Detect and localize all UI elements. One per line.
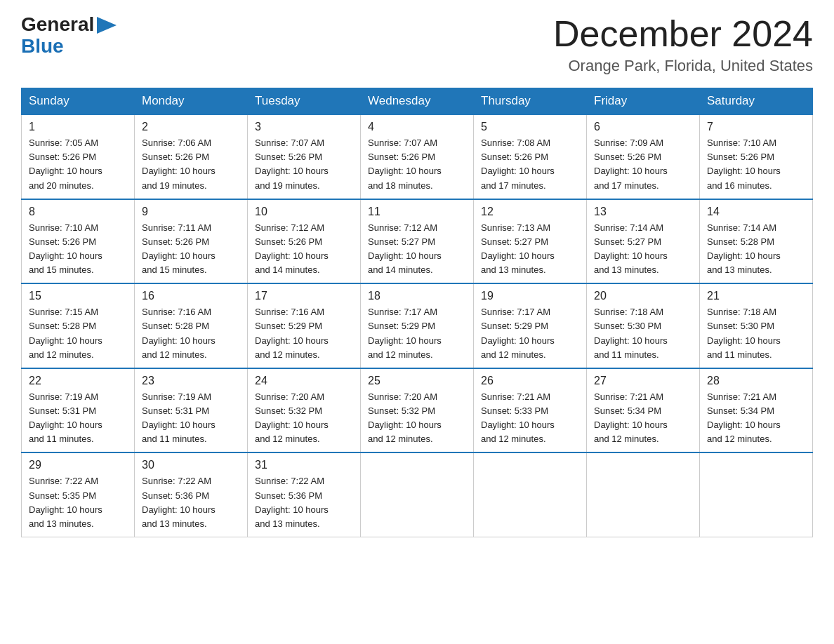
day-number: 29 [29,459,127,471]
calendar-cell: 27 Sunrise: 7:21 AM Sunset: 5:34 PM Dayl… [587,368,700,453]
day-header-tuesday: Tuesday [248,88,361,115]
day-header-wednesday: Wednesday [361,88,474,115]
day-info: Sunrise: 7:10 AM Sunset: 5:26 PM Dayligh… [707,136,805,193]
day-info: Sunrise: 7:07 AM Sunset: 5:26 PM Dayligh… [368,136,466,193]
day-number: 19 [481,290,579,302]
calendar-table: SundayMondayTuesdayWednesdayThursdayFrid… [21,88,813,537]
day-number: 13 [594,206,692,218]
calendar-cell: 25 Sunrise: 7:20 AM Sunset: 5:32 PM Dayl… [361,368,474,453]
day-info: Sunrise: 7:19 AM Sunset: 5:31 PM Dayligh… [29,390,127,447]
day-info: Sunrise: 7:16 AM Sunset: 5:28 PM Dayligh… [142,305,240,362]
day-number: 31 [255,459,353,471]
calendar-cell: 15 Sunrise: 7:15 AM Sunset: 5:28 PM Dayl… [22,283,135,368]
calendar-cell: 28 Sunrise: 7:21 AM Sunset: 5:34 PM Dayl… [700,368,813,453]
day-number: 23 [142,375,240,387]
day-info: Sunrise: 7:17 AM Sunset: 5:29 PM Dayligh… [481,305,579,362]
day-info: Sunrise: 7:08 AM Sunset: 5:26 PM Dayligh… [481,136,579,193]
day-number: 2 [142,121,240,133]
logo-arrow-icon [97,17,117,34]
day-number: 24 [255,375,353,387]
day-info: Sunrise: 7:14 AM Sunset: 5:28 PM Dayligh… [707,221,805,278]
day-info: Sunrise: 7:07 AM Sunset: 5:26 PM Dayligh… [255,136,353,193]
day-number: 21 [707,290,805,302]
week-row-2: 8 Sunrise: 7:10 AM Sunset: 5:26 PM Dayli… [22,199,813,284]
calendar-cell: 22 Sunrise: 7:19 AM Sunset: 5:31 PM Dayl… [22,368,135,453]
day-info: Sunrise: 7:16 AM Sunset: 5:29 PM Dayligh… [255,305,353,362]
week-row-3: 15 Sunrise: 7:15 AM Sunset: 5:28 PM Dayl… [22,283,813,368]
day-info: Sunrise: 7:22 AM Sunset: 5:36 PM Dayligh… [142,474,240,531]
calendar-cell: 13 Sunrise: 7:14 AM Sunset: 5:27 PM Dayl… [587,199,700,284]
calendar-cell: 31 Sunrise: 7:22 AM Sunset: 5:36 PM Dayl… [248,452,361,537]
day-number: 6 [594,121,692,133]
calendar-cell: 8 Sunrise: 7:10 AM Sunset: 5:26 PM Dayli… [22,199,135,284]
day-info: Sunrise: 7:22 AM Sunset: 5:35 PM Dayligh… [29,474,127,531]
calendar-cell: 4 Sunrise: 7:07 AM Sunset: 5:26 PM Dayli… [361,114,474,199]
day-number: 8 [29,206,127,218]
day-info: Sunrise: 7:18 AM Sunset: 5:30 PM Dayligh… [594,305,692,362]
day-info: Sunrise: 7:13 AM Sunset: 5:27 PM Dayligh… [481,221,579,278]
day-info: Sunrise: 7:20 AM Sunset: 5:32 PM Dayligh… [255,390,353,447]
calendar-cell: 19 Sunrise: 7:17 AM Sunset: 5:29 PM Dayl… [474,283,587,368]
day-info: Sunrise: 7:18 AM Sunset: 5:30 PM Dayligh… [707,305,805,362]
day-number: 3 [255,121,353,133]
days-header-row: SundayMondayTuesdayWednesdayThursdayFrid… [22,88,813,115]
calendar-cell: 20 Sunrise: 7:18 AM Sunset: 5:30 PM Dayl… [587,283,700,368]
calendar-cell: 29 Sunrise: 7:22 AM Sunset: 5:35 PM Dayl… [22,452,135,537]
calendar-cell: 12 Sunrise: 7:13 AM Sunset: 5:27 PM Dayl… [474,199,587,284]
logo-general: General [21,14,94,36]
calendar-cell: 5 Sunrise: 7:08 AM Sunset: 5:26 PM Dayli… [474,114,587,199]
day-number: 20 [594,290,692,302]
week-row-1: 1 Sunrise: 7:05 AM Sunset: 5:26 PM Dayli… [22,114,813,199]
day-info: Sunrise: 7:12 AM Sunset: 5:26 PM Dayligh… [255,221,353,278]
day-info: Sunrise: 7:10 AM Sunset: 5:26 PM Dayligh… [29,221,127,278]
page-header: General Blue December 2024 Orange Park, … [21,14,813,75]
day-header-friday: Friday [587,88,700,115]
calendar-cell: 21 Sunrise: 7:18 AM Sunset: 5:30 PM Dayl… [700,283,813,368]
calendar-cell: 30 Sunrise: 7:22 AM Sunset: 5:36 PM Dayl… [135,452,248,537]
logo-blue: Blue [21,36,64,58]
day-number: 28 [707,375,805,387]
week-row-4: 22 Sunrise: 7:19 AM Sunset: 5:31 PM Dayl… [22,368,813,453]
day-info: Sunrise: 7:17 AM Sunset: 5:29 PM Dayligh… [368,305,466,362]
day-header-sunday: Sunday [22,88,135,115]
day-header-monday: Monday [135,88,248,115]
calendar-cell: 23 Sunrise: 7:19 AM Sunset: 5:31 PM Dayl… [135,368,248,453]
day-number: 25 [368,375,466,387]
calendar-cell: 26 Sunrise: 7:21 AM Sunset: 5:33 PM Dayl… [474,368,587,453]
day-info: Sunrise: 7:20 AM Sunset: 5:32 PM Dayligh… [368,390,466,447]
day-info: Sunrise: 7:09 AM Sunset: 5:26 PM Dayligh… [594,136,692,193]
calendar-cell [587,452,700,537]
week-row-5: 29 Sunrise: 7:22 AM Sunset: 5:35 PM Dayl… [22,452,813,537]
calendar-cell: 14 Sunrise: 7:14 AM Sunset: 5:28 PM Dayl… [700,199,813,284]
day-number: 5 [481,121,579,133]
calendar-cell: 24 Sunrise: 7:20 AM Sunset: 5:32 PM Dayl… [248,368,361,453]
day-info: Sunrise: 7:05 AM Sunset: 5:26 PM Dayligh… [29,136,127,193]
day-header-thursday: Thursday [474,88,587,115]
day-info: Sunrise: 7:21 AM Sunset: 5:33 PM Dayligh… [481,390,579,447]
location-title: Orange Park, Florida, United States [553,57,813,75]
day-info: Sunrise: 7:22 AM Sunset: 5:36 PM Dayligh… [255,474,353,531]
calendar-cell [700,452,813,537]
day-number: 30 [142,459,240,471]
calendar-cell [474,452,587,537]
day-number: 18 [368,290,466,302]
day-info: Sunrise: 7:21 AM Sunset: 5:34 PM Dayligh… [594,390,692,447]
day-number: 14 [707,206,805,218]
day-number: 27 [594,375,692,387]
day-number: 7 [707,121,805,133]
calendar-cell: 9 Sunrise: 7:11 AM Sunset: 5:26 PM Dayli… [135,199,248,284]
calendar-cell: 3 Sunrise: 7:07 AM Sunset: 5:26 PM Dayli… [248,114,361,199]
calendar-cell: 6 Sunrise: 7:09 AM Sunset: 5:26 PM Dayli… [587,114,700,199]
day-number: 26 [481,375,579,387]
day-info: Sunrise: 7:15 AM Sunset: 5:28 PM Dayligh… [29,305,127,362]
calendar-cell [361,452,474,537]
day-number: 17 [255,290,353,302]
calendar-cell: 18 Sunrise: 7:17 AM Sunset: 5:29 PM Dayl… [361,283,474,368]
day-info: Sunrise: 7:12 AM Sunset: 5:27 PM Dayligh… [368,221,466,278]
day-info: Sunrise: 7:19 AM Sunset: 5:31 PM Dayligh… [142,390,240,447]
calendar-cell: 10 Sunrise: 7:12 AM Sunset: 5:26 PM Dayl… [248,199,361,284]
calendar-cell: 2 Sunrise: 7:06 AM Sunset: 5:26 PM Dayli… [135,114,248,199]
svg-marker-0 [97,17,117,34]
day-number: 10 [255,206,353,218]
day-number: 4 [368,121,466,133]
